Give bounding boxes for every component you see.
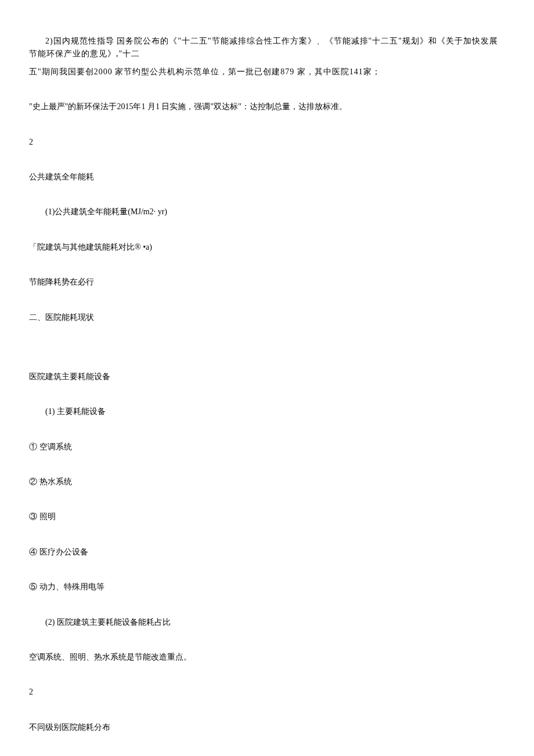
list-item-hot-water: ② 热水系统 xyxy=(29,476,505,488)
list-item: (1)公共建筑全年能耗量(MJ/m2· yr) xyxy=(29,206,505,218)
heading-public-building: 公共建筑全年能耗 xyxy=(29,171,505,183)
list-item: (2) 医院建筑主要耗能设备能耗占比 xyxy=(29,616,505,629)
paragraph: 「院建筑与其他建筑能耗对比® •a) xyxy=(29,241,505,254)
section-number: 2 xyxy=(29,686,505,699)
heading-hospital-energy: 二、医院能耗现状 xyxy=(29,311,505,324)
list-item-medical: ④ 医疗办公设备 xyxy=(29,546,505,559)
heading-equipment: 医院建筑主要耗能设备 xyxy=(29,370,505,383)
paragraph: "史上最严"的新环保法于2015年1 月1 日实施，强调"双达标"：达控制总量，… xyxy=(29,100,505,113)
list-item-power: ⑤ 动力、特殊用电等 xyxy=(29,581,505,593)
list-item: (1) 主要耗能设备 xyxy=(29,405,505,418)
list-item-ac: ① 空调系统 xyxy=(29,441,505,453)
paragraph: 空调系统、照明、热水系统是节能改造重点。 xyxy=(29,651,505,664)
heading-hospital-levels: 不同级别医院能耗分布 xyxy=(29,721,505,734)
paragraph: 节能降耗势在必行 xyxy=(29,276,505,289)
section-number: 2 xyxy=(29,136,505,149)
paragraph: 2)国内规范性指导 国务院公布的《"十二五"节能减排综合性工作方案》、《节能减排… xyxy=(29,35,505,61)
list-item-lighting: ③ 照明 xyxy=(29,510,505,523)
document-page: 2)国内规范性指导 国务院公布的《"十二五"节能减排综合性工作方案》、《节能减排… xyxy=(0,0,534,756)
paragraph: 五"期间我国要创2000 家节约型公共机构示范单位，第一批已创建879 家，其中… xyxy=(29,66,505,78)
